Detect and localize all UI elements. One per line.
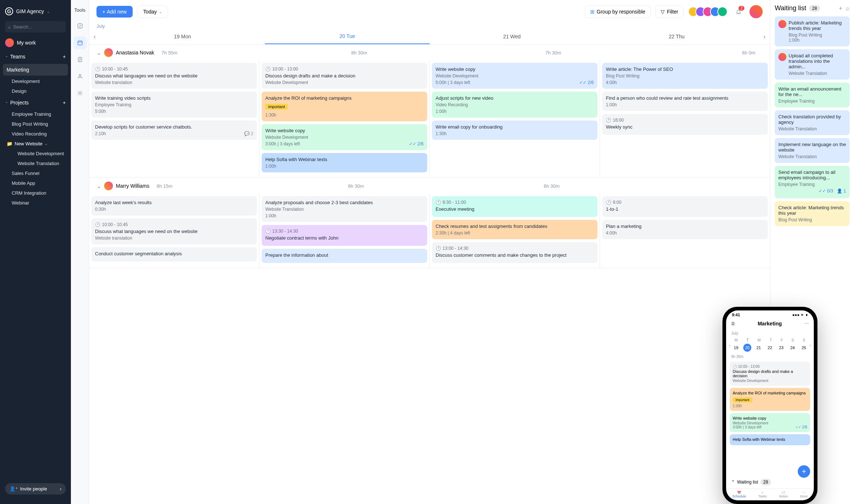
task-card[interactable]: 🕐10:00 - 13:00Discuss design drafts and … [262,63,427,89]
phone-next-icon[interactable]: › [809,343,811,347]
project-item[interactable]: Employee Training [0,109,71,119]
check-icon[interactable] [73,19,87,33]
task-card[interactable]: Conduct customer segmentation analysis [91,247,257,261]
card-project: Video Recording [436,102,594,107]
calendar-icon[interactable] [73,36,87,49]
project-item[interactable]: Webinar [0,198,71,208]
phone-date[interactable]: 22 [766,344,774,352]
phone-tab-more[interactable]: ⋯More [800,491,808,498]
task-card[interactable]: Adjust scripts for new videoVideo Record… [432,92,597,118]
add-waiting-icon[interactable]: + [839,5,842,12]
phone-date[interactable]: 21 [755,344,763,352]
phone-task-card[interactable]: Write website copyWebsite Development3:0… [730,413,810,432]
team-design[interactable]: Design [0,86,71,96]
waiting-card[interactable]: Publish article: Marketing trends this y… [775,16,850,46]
next-week-button[interactable]: › [759,33,770,41]
task-card[interactable]: Develop scripts for customer service cha… [91,121,257,140]
project-item[interactable]: Mobile App [0,178,71,188]
task-card[interactable]: Prepare the information about [262,249,427,263]
notifications-button[interactable]: 2 [732,5,745,18]
project-item[interactable]: CRM Integration [0,188,71,198]
project-new-website[interactable]: 📁 New Website ⌄ [0,139,71,149]
phone-add-button[interactable]: + [798,465,810,478]
task-card[interactable]: 🕐13:00 - 14:30Discuss customer comments … [432,242,597,263]
add-team-icon[interactable]: + [63,54,66,60]
task-card[interactable]: Write article: The Power of SEOBlog Post… [602,63,768,89]
task-card[interactable]: Plan a marketing4:00h [602,220,768,239]
chevron-down-icon[interactable]: ⌄ [96,183,101,190]
phone-task-card[interactable]: 🕐 10:00 - 13:00Discuss design drafts and… [730,362,810,386]
project-child[interactable]: Website Translation [0,159,71,168]
day-header[interactable]: 22 Thu [594,29,759,44]
waiting-card[interactable]: Upload all completed translations into t… [775,49,850,80]
task-card[interactable]: 🕐16:00Weekly sync [602,114,768,135]
invite-people-button[interactable]: 👤⁺Invite people › [5,483,66,495]
task-card[interactable]: Write website copyWebsite Development3:0… [262,124,427,150]
phone-more-icon[interactable]: ⋯ [805,321,809,326]
phone-task-card[interactable]: Analyze the ROI of marketing campaignsim… [730,388,810,411]
add-new-button[interactable]: +Add new [96,6,133,18]
day-header[interactable]: 20 Tue [265,29,430,44]
phone-date[interactable]: 19 [732,344,740,352]
day-header[interactable]: 19 Mon [100,29,265,44]
document-icon[interactable] [73,53,87,66]
project-item[interactable]: Blog Post Writing [0,119,71,129]
avatar [778,20,786,28]
task-card[interactable]: 🕐10:00 - 10:45Discuss what languages we … [91,218,257,244]
task-card[interactable]: Check resumes and test assigments from c… [432,220,597,239]
waiting-card[interactable]: Send email campaign to all employees int… [775,166,850,198]
filter-button[interactable]: ▽Filter [655,5,684,18]
phone-date[interactable]: 25 [800,344,808,352]
team-marketing[interactable]: Marketing [3,64,68,76]
user-avatar[interactable] [749,5,763,18]
card-project: Website translation [95,236,253,241]
phone-date[interactable]: 20 [743,344,751,352]
phone-menu-icon[interactable]: ☰ [731,321,735,326]
phone-date[interactable]: 23 [777,344,785,352]
waiting-card[interactable]: Check article: Marketing trends this yea… [775,201,850,226]
waiting-card[interactable]: Write an email announcement for the ne..… [775,83,850,107]
phone-date[interactable]: 24 [789,344,797,352]
search-waiting-icon[interactable]: ⌕ [846,5,850,12]
project-item[interactable]: Video Recording [0,129,71,139]
waiting-count: 28 [809,5,820,12]
person-icon[interactable] [73,70,87,83]
phone-task-card[interactable]: Help Sofia with Webinar texts [730,434,810,445]
team-avatars[interactable] [691,7,728,17]
task-card[interactable]: Help Sofia with Webinar texts1:00h [262,153,427,172]
agency-selector[interactable]: G GIM Agency ⌄ [0,4,71,18]
phone-tab-notes[interactable]: 📄Notes [779,491,788,498]
task-card[interactable]: 🕐10:00 - 10:45Discuss what languages we … [91,63,257,89]
search-input[interactable]: ⌕ Search... [5,21,66,33]
chevron-down-icon[interactable]: ⌄ [96,49,101,56]
teams-section[interactable]: ⌄Teams + [0,50,71,63]
group-by-button[interactable]: ⊞Group by responsible [585,5,651,18]
phone-tab-schedule[interactable]: 📅Schedule [732,491,746,498]
add-project-icon[interactable]: + [63,100,66,106]
task-card[interactable]: Analyze the ROI of marketing campaignsim… [262,92,427,121]
waiting-card[interactable]: Check translation provided by agencyWebs… [775,110,850,135]
task-card[interactable]: Write website copyWebsite Development5:0… [432,63,597,89]
day-header[interactable]: 21 Wed [430,29,595,44]
task-card[interactable]: Write training video scriptsEmployee Tra… [91,92,257,118]
today-button[interactable]: Today⌄ [137,5,168,18]
phone-tab-tasks[interactable]: ✓Tasks [758,491,767,498]
task-card[interactable]: Find a person who could review and rate … [602,92,768,111]
task-card[interactable]: Analyze last week's results0:30h [91,196,257,215]
task-card[interactable]: Analyze proposals and choose 2-3 best ca… [262,196,427,222]
projects-section[interactable]: ⌄Projects + [0,96,71,109]
team-development[interactable]: Development [0,76,71,86]
gear-icon[interactable] [73,87,87,100]
task-card[interactable]: 🕐9:30 - 11:00Executive meeting [432,196,597,217]
prev-week-button[interactable]: ‹ [89,33,100,41]
project-child[interactable]: Website Development [0,149,71,159]
task-card[interactable]: 🕐9:001-to-1 [602,196,768,217]
avatar [104,182,113,190]
phone-waiting-list[interactable]: ⌃ Waiting list 28 [726,476,814,488]
card-title: Write website copy [436,66,594,72]
waiting-card[interactable]: Implement new language on the websiteWeb… [775,138,850,163]
project-item[interactable]: Sales Funnel [0,168,71,178]
my-work-nav[interactable]: My work [0,35,71,50]
task-card[interactable]: Write email copy for onboarding1:30h [432,121,597,140]
task-card[interactable]: 🕐13:30 - 14:30Negotiate contract terms w… [262,225,427,246]
